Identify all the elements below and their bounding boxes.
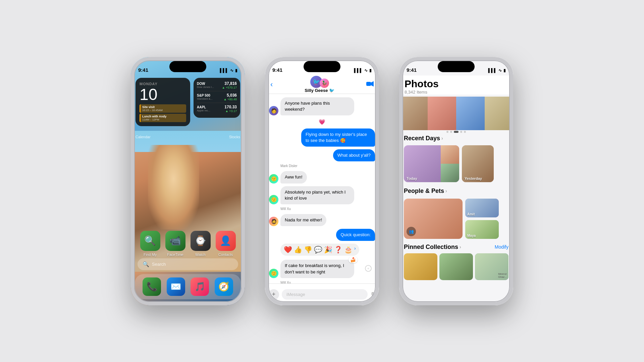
widgets-row: MONDAY 10 Site visit 10:15 – 10:45AM Lun… — [136, 78, 240, 126]
pinned-card-2[interactable] — [439, 253, 473, 280]
app-icon-findmy[interactable]: 🔍 Find My — [140, 231, 160, 257]
battery-icon-msg: ▮ — [369, 68, 372, 73]
today-sub-photo-2 — [441, 164, 459, 182]
tapback-heart[interactable]: ❤️ — [284, 246, 292, 254]
phone-home: 9:41 ▌▌▌ ∿ ▮ MONDAY 10 Site visit 10:15 … — [131, 57, 245, 305]
group-avatar-2: 🦆 — [320, 79, 329, 88]
app-icon-facetime[interactable]: 📹 FaceTime — [165, 231, 185, 257]
photos-status-icons: ▌▌▌ ∿ ▮ — [488, 68, 506, 73]
message-input[interactable]: iMessage — [282, 289, 368, 300]
today-photo-card[interactable]: Today — [404, 145, 459, 182]
messages-group-info[interactable]: 🐦 🦆 Silly Geese 🐦 — [305, 76, 334, 93]
sent-bubble-2: What about y'all? — [333, 149, 375, 161]
battery-icon: ▮ — [235, 68, 237, 73]
pinned-modify-button[interactable]: Modify — [495, 244, 508, 250]
stock-item-aapl: AAPL Apple Inc... 170.33 ▲ +3.17 — [197, 105, 237, 113]
people-pets-arrow: › — [445, 188, 447, 194]
calendar-widget[interactable]: MONDAY 10 Site visit 10:15 – 10:45AM Lun… — [136, 78, 190, 126]
today-sub-photos — [441, 145, 459, 182]
dock-mail[interactable]: ✉️ — [167, 277, 185, 296]
app-icon-watch[interactable]: ⌚ Watch — [191, 231, 211, 257]
cake-reaction: 🍰 — [348, 256, 358, 263]
wifi-icon-msg: ∿ — [364, 68, 368, 73]
sender-name-will: Will Xu — [280, 207, 375, 211]
user-avatar-mark2: 🙂 — [269, 195, 278, 204]
svg-rect-0 — [366, 82, 371, 86]
tapback-thumbsdown[interactable]: 👎 — [304, 246, 312, 254]
pinned-card-1[interactable] — [404, 253, 437, 280]
maya-name: Maya — [467, 234, 476, 238]
message-bubble: Anyone have plans this weekend? — [280, 97, 354, 115]
tapback-party[interactable]: 🎉 — [324, 246, 332, 254]
person-card-amit[interactable]: Amit — [465, 199, 499, 217]
map-label: MeerutGhaz... — [498, 272, 507, 278]
recent-days-title[interactable]: Recent Days › — [404, 135, 443, 142]
wifi-icon: ∿ — [230, 68, 233, 73]
dock-safari[interactable]: 🧭 — [215, 277, 233, 296]
home-indicator — [302, 302, 342, 303]
tapback-more[interactable]: › — [354, 246, 356, 254]
sender-name-will2: Will Xu — [280, 281, 375, 283]
yesterday-label: Yesterday — [465, 176, 482, 180]
photos-body: Recent Days › Today — [399, 135, 513, 305]
recent-days-arrow: › — [441, 136, 443, 141]
person-card-maya[interactable]: Maya — [465, 220, 499, 239]
search-label: Search — [152, 262, 166, 267]
dock-phone[interactable]: 📞 — [143, 277, 161, 296]
tapback-chat[interactable]: 💬 — [314, 246, 322, 254]
add-reaction-btn[interactable]: + — [365, 265, 372, 273]
calendar-event-2: Lunch with Andy 11AM – 12PM — [140, 114, 186, 122]
svg-marker-1 — [371, 81, 374, 87]
message-row: 🧑 Anyone have plans this weekend? — [269, 97, 375, 115]
mic-button[interactable]: 🎙 — [370, 292, 376, 298]
sent-bubble-quick: Quick question: — [336, 229, 375, 241]
pinned-title[interactable]: Pinned Collections › — [404, 244, 461, 251]
dynamic-island — [169, 61, 206, 72]
findmy-icon: 🔍 — [140, 231, 160, 251]
home-search-bar[interactable]: 🔍 Search — [138, 258, 238, 270]
dock-music[interactable]: 🎵 — [191, 277, 209, 296]
people-pets-title[interactable]: People & Pets › — [404, 188, 447, 195]
add-button[interactable]: + — [268, 289, 279, 300]
video-call-button[interactable] — [366, 81, 374, 88]
yesterday-photo-card[interactable]: Yesterday — [462, 145, 494, 182]
app-icons-row: 🔍 Find My 📹 FaceTime ⌚ Watch 👤 Contacts — [131, 231, 245, 257]
dot-3-active — [454, 131, 459, 133]
stocks-widget-label: Stocks — [229, 135, 240, 139]
person-card-group[interactable]: 👥 — [404, 199, 463, 239]
message-bubble-nada: Nada for me either! — [280, 214, 326, 226]
today-main-photo: Today — [404, 145, 459, 182]
dynamic-island-photos — [438, 61, 475, 72]
sent-bubble: Flying down to my sister's place to see … — [301, 128, 375, 147]
tapback-question[interactable]: ❓ — [334, 246, 342, 254]
message-row-cake: 🙂 If cake for breakfast is wrong, I don'… — [269, 260, 375, 278]
pinned-collections-header: Pinned Collections › Modify — [404, 244, 508, 251]
search-icon: 🔍 — [143, 261, 149, 267]
back-button[interactable]: ‹ — [270, 80, 273, 89]
pinned-arrow: › — [460, 244, 461, 250]
dot-4 — [460, 131, 462, 133]
recent-days-header: Recent Days › — [404, 135, 508, 142]
tapback-cake[interactable]: 🎂 — [344, 246, 353, 254]
amit-name: Amit — [467, 212, 475, 216]
status-time: 9:41 — [138, 67, 148, 73]
photos-status-time: 9:41 — [407, 67, 417, 73]
sent-message-row-2: What about y'all? — [269, 149, 375, 161]
people-pets-grid: 👥 Amit Maya — [404, 199, 508, 239]
stock-item-sp500: S&P 500 Standard &... 5,036 ▲ +80.48 — [197, 93, 237, 101]
calendar-date: 10 — [140, 87, 186, 103]
heart-message: 💗 — [269, 119, 375, 125]
pinned-card-3[interactable]: MeerutGhaz... — [475, 253, 508, 280]
messages-body: 🧑 Anyone have plans this weekend? 💗 Flyi… — [265, 94, 379, 283]
messages-status-time: 9:41 — [272, 67, 282, 73]
status-icons: ▌▌▌ ∿ ▮ — [220, 68, 237, 73]
group-name: Silly Geese 🐦 — [305, 88, 334, 93]
person-main-photo: 👥 — [404, 199, 463, 239]
sender-name-mark: Mark Disler — [280, 164, 375, 168]
phone-messages: 9:41 ▌▌▌ ∿ ▮ ‹ 🐦 🦆 Silly Geese 🐦 — [265, 57, 379, 305]
message-row-noplans: 🙂 Absolutely no plans yet, which I kind … — [269, 186, 375, 204]
tapback-thumbsup[interactable]: 👍 — [294, 246, 302, 254]
contacts-icon: 👤 — [216, 231, 236, 251]
app-icon-contacts[interactable]: 👤 Contacts — [216, 231, 236, 257]
stocks-widget[interactable]: DOW Dow Jones I... 37,816 ▲ +570.17 — [194, 78, 240, 118]
